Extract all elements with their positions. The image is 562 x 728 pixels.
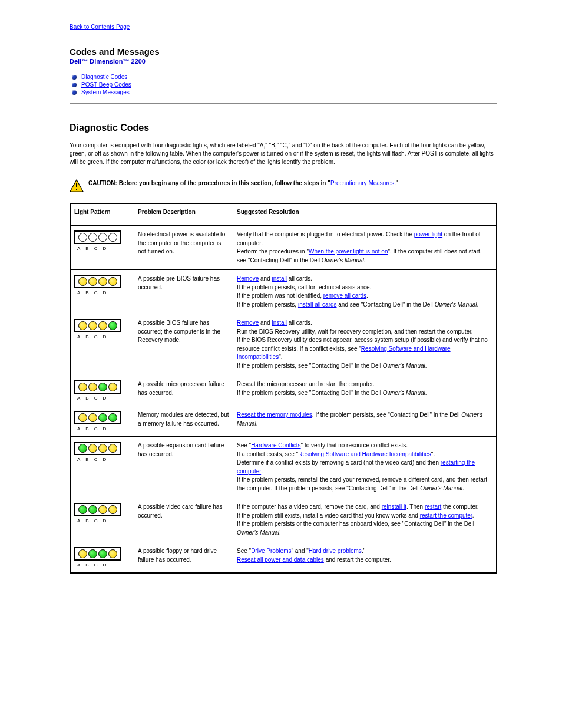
led-y: [78, 413, 87, 422]
inline-text: the computer.: [441, 503, 478, 510]
problem-cell: A possible microprocessor failure has oc…: [134, 375, 233, 406]
led-labels: ABCD: [74, 518, 130, 523]
inline-text: If the problem persists or the computer …: [237, 521, 474, 527]
inline-link[interactable]: Drive Problems: [251, 548, 291, 554]
svg-rect-2: [76, 189, 77, 190]
inline-text: If the problem persists, see "Contacting…: [237, 390, 383, 396]
light-pattern-cell: ABCD: [70, 498, 134, 542]
back-to-contents-link[interactable]: Back to Contents Page: [70, 24, 497, 30]
inline-text: " and ": [291, 548, 308, 554]
led-y: [108, 505, 117, 514]
inline-link[interactable]: Hard drive problems: [309, 548, 362, 554]
inline-link[interactable]: Hardware Conflicts: [251, 442, 300, 449]
inline-text: Reseat the microprocessor and restart th…: [237, 381, 374, 387]
led-y: [78, 549, 87, 558]
inline-link[interactable]: Reseat the memory modules: [237, 411, 312, 418]
led-g: [108, 413, 117, 422]
led-labels: ABCD: [74, 426, 130, 431]
led-g: [98, 383, 107, 391]
toc-item: POST Beep Codes: [72, 81, 497, 88]
led-y: [108, 383, 117, 391]
led-y: [78, 321, 87, 330]
inline-text: . If the problem persists, see "Contacti…: [312, 411, 461, 418]
product-subtitle: Dell™ Dimension™ 2200: [70, 58, 497, 65]
inline-text: .: [425, 363, 427, 369]
inline-text: .: [462, 485, 464, 492]
problem-cell: No electrical power is available to the …: [134, 226, 233, 270]
led-panel: [74, 319, 121, 332]
svg-rect-1: [76, 183, 77, 187]
resolution-cell: Remove and install all cards.Run the BIO…: [233, 314, 497, 375]
table-row: ABCDA possible floppy or hard drive fail…: [70, 542, 497, 574]
table-row: ABCDA possible microprocessor failure ha…: [70, 375, 497, 406]
led-off: [98, 233, 107, 242]
inline-link[interactable]: restart the computer: [420, 512, 472, 519]
diagnostic-codes-table: Light Pattern Problem Description Sugges…: [70, 203, 497, 574]
resolution-cell: If the computer has a video card, remove…: [233, 498, 497, 542]
inline-text: If a conflict exists, see ": [237, 451, 298, 457]
resolution-cell: Remove and install all cards.If the prob…: [233, 270, 497, 314]
inline-text: If the problem still exists, install a v…: [237, 512, 420, 519]
led-y: [108, 549, 117, 558]
led-labels: ABCD: [74, 246, 130, 251]
toc-link[interactable]: System Messages: [81, 89, 130, 95]
inline-link[interactable]: install all cards: [298, 301, 337, 308]
inline-link[interactable]: remove all cards: [323, 292, 366, 299]
problem-cell: A possible expansion card failure has oc…: [134, 437, 233, 498]
led-panel: [74, 547, 121, 561]
inline-text: See ": [237, 548, 251, 554]
toc-link[interactable]: Diagnostic Codes: [81, 74, 127, 80]
inline-text: Verify that the computer is plugged in t…: [237, 231, 414, 238]
inline-link[interactable]: install: [272, 319, 287, 326]
problem-cell: Memory modules are detected, but a memor…: [134, 406, 233, 437]
caution-label: CAUTION: Before you begin any of the pro…: [88, 180, 330, 186]
inline-text: .: [425, 390, 427, 396]
bullet-icon: [72, 83, 77, 87]
inline-text: " to verify that no resource conflict ex…: [301, 442, 408, 449]
inline-link[interactable]: power light: [414, 231, 442, 238]
inline-italic: Owner's Manual: [383, 363, 425, 369]
inline-text: If the problem persists, call for techni…: [237, 284, 371, 291]
inline-link[interactable]: When the power light is not on: [309, 248, 388, 255]
precautionary-measures-link[interactable]: Precautionary Measures: [330, 180, 394, 186]
led-labels: ABCD: [74, 457, 130, 462]
light-pattern-cell: ABCD: [70, 270, 134, 314]
section-description: Your computer is equipped with four diag…: [70, 141, 497, 166]
led-labels: ABCD: [74, 334, 130, 340]
inline-italic: Owner's Manual: [435, 301, 477, 308]
inline-link[interactable]: Resolving Software and Hardware Incompat…: [298, 451, 431, 457]
problem-cell: A possible floppy or hard drive failure …: [134, 542, 233, 574]
toc-link[interactable]: POST Beep Codes: [81, 81, 131, 88]
led-y: [88, 413, 97, 422]
led-g: [78, 444, 87, 453]
led-off: [88, 233, 97, 242]
inline-link[interactable]: Remove: [237, 319, 259, 326]
inline-link[interactable]: install: [272, 275, 287, 282]
inline-link[interactable]: Remove: [237, 275, 259, 282]
inline-italic: Owner's Manual: [237, 529, 279, 536]
led-y: [88, 277, 97, 286]
light-pattern-cell: ABCD: [70, 406, 134, 437]
resolution-cell: Reseat the microprocessor and restart th…: [233, 375, 497, 406]
inline-text: ".: [279, 354, 282, 360]
light-pattern-cell: ABCD: [70, 375, 134, 406]
led-y: [88, 383, 97, 391]
inline-text: .: [472, 512, 474, 519]
problem-cell: A possible BIOS failure has occurred; th…: [134, 314, 233, 375]
inline-text: If the computer has a video card, remove…: [237, 503, 382, 510]
inline-link[interactable]: Reseat all power and data cables: [237, 556, 324, 563]
led-labels: ABCD: [74, 562, 130, 568]
inline-text: If the problem persists,: [237, 301, 298, 308]
inline-text: .: [256, 420, 258, 427]
inline-text: . Then: [406, 503, 425, 510]
th-problem: Problem Description: [134, 203, 233, 226]
inline-text: .: [364, 257, 366, 263]
toc-item: Diagnostic Codes: [72, 73, 497, 81]
led-off: [108, 233, 117, 242]
inline-link[interactable]: reinstall it: [382, 503, 406, 510]
inline-text: all cards.: [287, 319, 312, 326]
inline-link[interactable]: restart: [425, 503, 441, 510]
inline-text: .: [366, 292, 368, 299]
led-labels: ABCD: [74, 396, 130, 401]
inline-text: and restart the computer.: [324, 556, 391, 563]
